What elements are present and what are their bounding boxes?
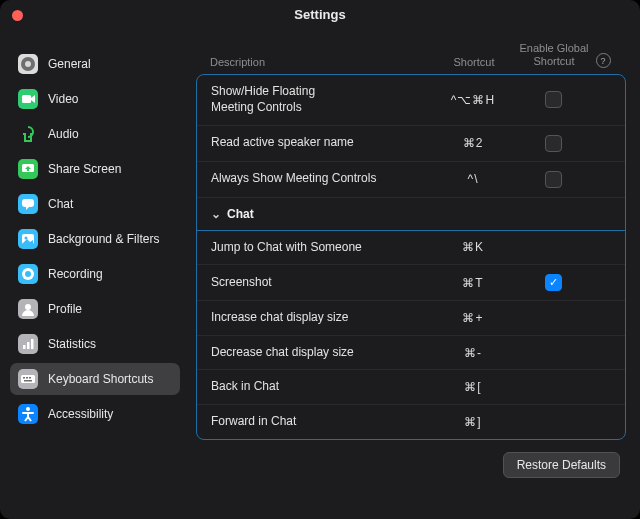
- shortcut-description: Increase chat display size: [211, 310, 433, 326]
- shortcut-keys[interactable]: ^\: [433, 172, 513, 186]
- shortcut-row[interactable]: Always Show Meeting Controls^\: [197, 162, 625, 198]
- shortcut-row[interactable]: Show/Hide FloatingMeeting Controls^⌥⌘H: [197, 75, 625, 125]
- settings-window: Settings GeneralVideoAudioShare ScreenCh…: [0, 0, 640, 519]
- sidebar-item-general[interactable]: General: [10, 48, 180, 80]
- svg-rect-14: [23, 377, 25, 379]
- svg-rect-12: [31, 339, 34, 349]
- svg-point-8: [25, 271, 31, 277]
- shortcuts-list: Show/Hide FloatingMeeting Controls^⌥⌘HRe…: [196, 74, 626, 439]
- sidebar-item-profile[interactable]: Profile: [10, 293, 180, 325]
- settings-sidebar: GeneralVideoAudioShare ScreenChatBackgro…: [0, 32, 190, 519]
- shortcut-description: Back in Chat: [211, 379, 433, 395]
- window-title: Settings: [0, 7, 640, 22]
- shortcut-description: Forward in Chat: [211, 414, 433, 430]
- section-label: Chat: [227, 207, 254, 221]
- chat-icon: [18, 194, 38, 214]
- sidebar-item-rec[interactable]: Recording: [10, 258, 180, 290]
- sidebar-item-label: Statistics: [48, 337, 96, 351]
- svg-rect-10: [23, 345, 26, 349]
- sidebar-item-label: Video: [48, 92, 78, 106]
- shortcut-row[interactable]: Increase chat display size⌘+: [197, 301, 625, 336]
- svg-rect-15: [26, 377, 28, 379]
- sidebar-item-label: Recording: [48, 267, 103, 281]
- shortcut-keys[interactable]: ⌘T: [433, 276, 513, 290]
- kbd-icon: [18, 369, 38, 389]
- share-icon: [18, 159, 38, 179]
- svg-rect-2: [22, 95, 31, 103]
- column-headers: Description Shortcut Enable Global Short…: [196, 42, 626, 74]
- sidebar-item-label: Background & Filters: [48, 232, 159, 246]
- shortcut-row[interactable]: Decrease chat display size⌘-: [197, 336, 625, 371]
- header-shortcut: Shortcut: [434, 56, 514, 68]
- shortcut-keys[interactable]: ⌘+: [433, 311, 513, 325]
- bg-icon: [18, 229, 38, 249]
- restore-defaults-button[interactable]: Restore Defaults: [503, 452, 620, 478]
- global-cell: [513, 91, 593, 108]
- shortcut-description: Screenshot: [211, 275, 433, 291]
- chevron-down-icon: ⌄: [211, 207, 221, 221]
- shortcut-description: Always Show Meeting Controls: [211, 171, 433, 187]
- global-checkbox[interactable]: [545, 135, 562, 152]
- general-icon: [18, 54, 38, 74]
- header-global: Enable Global Shortcut: [514, 42, 594, 68]
- shortcut-description: Jump to Chat with Someone: [211, 240, 433, 256]
- sidebar-item-bg[interactable]: Background & Filters: [10, 223, 180, 255]
- svg-rect-13: [21, 375, 35, 383]
- a11y-icon: [18, 404, 38, 424]
- sidebar-item-kbd[interactable]: Keyboard Shortcuts: [10, 363, 180, 395]
- global-checkbox[interactable]: [545, 91, 562, 108]
- sidebar-item-video[interactable]: Video: [10, 83, 180, 115]
- section-header[interactable]: ⌄Chat: [197, 198, 625, 231]
- sidebar-item-label: Profile: [48, 302, 82, 316]
- sidebar-item-label: Keyboard Shortcuts: [48, 372, 153, 386]
- svg-rect-11: [27, 342, 30, 349]
- global-cell: [513, 274, 593, 291]
- shortcut-description: Show/Hide FloatingMeeting Controls: [211, 84, 433, 115]
- help-icon[interactable]: ?: [594, 53, 612, 68]
- sidebar-item-share[interactable]: Share Screen: [10, 153, 180, 185]
- rec-icon: [18, 264, 38, 284]
- shortcut-keys[interactable]: ⌘[: [433, 380, 513, 394]
- shortcut-row[interactable]: Read active speaker name⌘2: [197, 126, 625, 162]
- video-icon: [18, 89, 38, 109]
- shortcut-row[interactable]: Jump to Chat with Someone⌘K: [197, 231, 625, 266]
- profile-icon: [18, 299, 38, 319]
- svg-rect-17: [24, 380, 32, 382]
- sidebar-item-label: Accessibility: [48, 407, 113, 421]
- audio-icon: [18, 124, 38, 144]
- global-checkbox[interactable]: [545, 171, 562, 188]
- svg-point-1: [25, 61, 31, 67]
- svg-rect-4: [22, 199, 34, 207]
- sidebar-item-label: Share Screen: [48, 162, 121, 176]
- shortcut-row[interactable]: Screenshot⌘T: [197, 265, 625, 301]
- shortcut-row[interactable]: Back in Chat⌘[: [197, 370, 625, 405]
- svg-rect-16: [29, 377, 31, 379]
- shortcuts-panel: Description Shortcut Enable Global Short…: [190, 32, 640, 519]
- shortcut-row[interactable]: Forward in Chat⌘]: [197, 405, 625, 439]
- sidebar-item-label: General: [48, 57, 91, 71]
- stats-icon: [18, 334, 38, 354]
- shortcut-keys[interactable]: ⌘]: [433, 415, 513, 429]
- shortcut-keys[interactable]: ⌘K: [433, 240, 513, 254]
- sidebar-item-label: Audio: [48, 127, 79, 141]
- header-description: Description: [210, 56, 434, 68]
- shortcut-description: Read active speaker name: [211, 135, 433, 151]
- svg-point-18: [26, 407, 30, 411]
- sidebar-item-audio[interactable]: Audio: [10, 118, 180, 150]
- shortcut-keys[interactable]: ⌘-: [433, 346, 513, 360]
- sidebar-item-stats[interactable]: Statistics: [10, 328, 180, 360]
- sidebar-item-label: Chat: [48, 197, 73, 211]
- global-cell: [513, 171, 593, 188]
- shortcut-description: Decrease chat display size: [211, 345, 433, 361]
- global-cell: [513, 135, 593, 152]
- sidebar-item-a11y[interactable]: Accessibility: [10, 398, 180, 430]
- global-checkbox[interactable]: [545, 274, 562, 291]
- svg-point-9: [25, 304, 31, 310]
- shortcut-keys[interactable]: ^⌥⌘H: [433, 93, 513, 107]
- sidebar-item-chat[interactable]: Chat: [10, 188, 180, 220]
- shortcut-keys[interactable]: ⌘2: [433, 136, 513, 150]
